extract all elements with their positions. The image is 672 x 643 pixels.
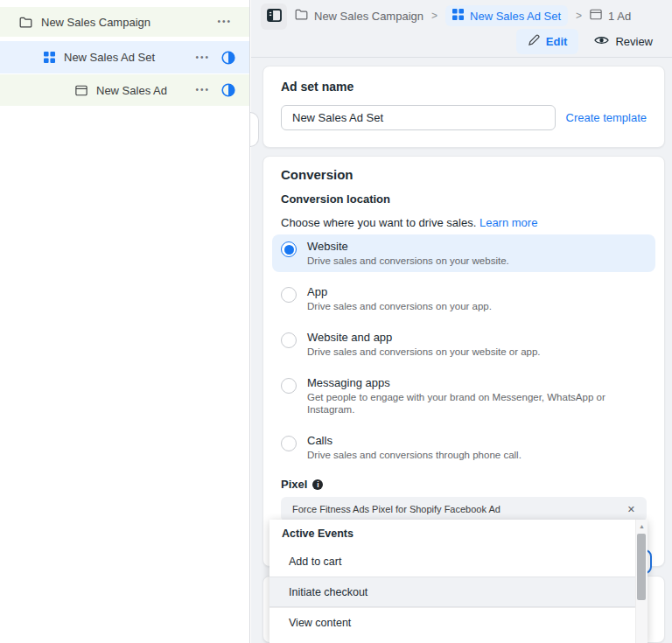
conversion-location-title: Conversion location — [281, 192, 647, 206]
header-actions: Edit Review — [516, 29, 653, 54]
dropdown-item-view-content[interactable]: View content — [270, 607, 648, 638]
ad-frame-icon — [75, 85, 88, 96]
sidebar-item-label: New Sales Campaign — [41, 16, 150, 29]
more-options-icon[interactable] — [217, 17, 232, 26]
folder-icon — [295, 9, 308, 23]
ad-set-name-input[interactable] — [281, 105, 556, 130]
conversion-event-dropdown: Active Events Add to cart Initiate check… — [270, 520, 648, 643]
dropdown-item-add-to-cart[interactable]: Add to cart — [270, 546, 648, 577]
radio-selected-icon[interactable] — [281, 241, 297, 257]
dropdown-scrollbar[interactable] — [635, 520, 648, 643]
dropdown-group-label: Active Events — [270, 520, 648, 546]
review-button[interactable]: Review — [594, 35, 653, 48]
radio-icon[interactable] — [281, 332, 297, 348]
option-app[interactable]: App Drive sales and conversions on your … — [272, 280, 655, 318]
pencil-icon — [528, 34, 540, 49]
breadcrumb-label: New Sales Ad Set — [470, 10, 561, 23]
breadcrumb-ad[interactable]: 1 Ad — [590, 9, 631, 23]
sidebar-item-ad-set[interactable]: New Sales Ad Set — [0, 41, 249, 73]
ad-frame-icon — [590, 9, 602, 23]
ad-set-name-card: Ad set name Create template — [262, 66, 665, 148]
dropdown-item-initiate-checkout[interactable]: Initiate checkout — [270, 577, 648, 607]
conversion-title: Conversion — [281, 167, 647, 182]
scrollbar-thumb[interactable] — [637, 534, 646, 600]
option-website[interactable]: Website Drive sales and conversions on y… — [272, 234, 655, 272]
conversion-card: Conversion Conversion location Choose wh… — [262, 156, 665, 567]
breadcrumb-ad-set[interactable]: New Sales Ad Set — [445, 5, 568, 26]
sidebar-toggle-icon — [267, 9, 282, 25]
info-icon[interactable] — [312, 479, 323, 490]
chevron-right-icon — [576, 10, 582, 22]
sidebar-item-ad[interactable]: New Sales Ad — [0, 74, 249, 106]
eye-icon — [594, 35, 609, 48]
sidebar-item-label: New Sales Ad — [96, 84, 167, 97]
contrast-status-icon[interactable] — [221, 51, 235, 65]
create-template-link[interactable]: Create template — [566, 111, 648, 124]
conversion-location-options: Website Drive sales and conversions on y… — [272, 234, 655, 466]
ad-set-name-title: Ad set name — [281, 80, 647, 94]
option-website-and-app[interactable]: Website and app Drive sales and conversi… — [272, 325, 655, 363]
contrast-status-icon[interactable] — [221, 83, 235, 97]
radio-icon[interactable] — [281, 436, 297, 451]
ad-set-grid-icon — [452, 9, 464, 23]
breadcrumb-label: 1 Ad — [608, 10, 631, 23]
main-panel: New Sales Campaign New Sales Ad Set 1 Ad — [251, 0, 672, 643]
conversion-helper-text: Choose where you want to drive sales. Le… — [281, 216, 647, 229]
pixel-selector[interactable]: Force Fitness Ads Pixel for Shopify Face… — [281, 497, 647, 521]
breadcrumb-label: New Sales Campaign — [314, 10, 424, 23]
chevron-right-icon — [431, 10, 438, 22]
breadcrumb-campaign[interactable]: New Sales Campaign — [295, 9, 424, 23]
sidebar-item-campaign[interactable]: New Sales Campaign — [0, 7, 249, 37]
learn-more-link[interactable]: Learn more — [480, 216, 537, 229]
radio-icon[interactable] — [281, 378, 297, 394]
edit-button-label: Edit — [546, 35, 568, 48]
folder-icon — [19, 17, 32, 28]
radio-icon[interactable] — [281, 287, 297, 303]
pixel-label: Pixel — [281, 478, 647, 491]
sidebar-item-label: New Sales Ad Set — [64, 51, 155, 64]
ad-set-grid-icon — [44, 52, 55, 63]
main-header: New Sales Campaign New Sales Ad Set 1 Ad — [251, 0, 672, 58]
option-calls[interactable]: Calls Drive sales and conversions throug… — [272, 429, 655, 466]
more-options-icon[interactable] — [195, 86, 210, 94]
pixel-value: Force Fitness Ads Pixel for Shopify Face… — [292, 504, 500, 514]
sidebar-resize-handle[interactable] — [250, 112, 259, 147]
remove-pixel-icon[interactable] — [627, 505, 635, 514]
review-button-label: Review — [615, 35, 653, 48]
breadcrumb: New Sales Campaign New Sales Ad Set 1 Ad — [295, 0, 631, 31]
option-messaging-apps[interactable]: Messaging apps Get people to engage with… — [272, 371, 655, 421]
scroll-up-icon[interactable] — [636, 520, 648, 529]
campaign-tree-sidebar: New Sales Campaign New Sales Ad Set New … — [0, 0, 250, 643]
collapse-sidebar-button[interactable] — [261, 3, 287, 30]
more-options-icon[interactable] — [195, 53, 210, 62]
edit-button[interactable]: Edit — [516, 29, 579, 54]
